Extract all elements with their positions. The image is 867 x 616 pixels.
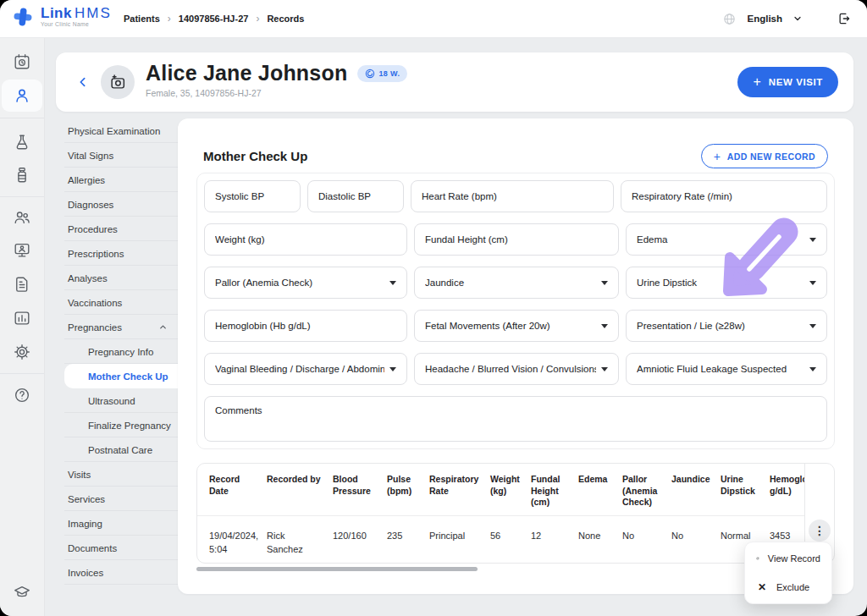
patient-meta: Female, 35, 14097856-HJ-27 — [146, 88, 407, 98]
breadcrumb-patients[interactable]: Patients — [124, 14, 160, 24]
logout-button[interactable] — [837, 11, 852, 26]
nav-item-finalize-pregnancy[interactable]: Finalize Pregnancy — [56, 413, 178, 437]
select-pallor[interactable]: Pallor (Anemia Check) — [204, 267, 407, 299]
nav-item-analyses[interactable]: Analyses — [56, 266, 178, 290]
nav-item-postnatal-care[interactable]: Postnatal Care — [56, 437, 178, 462]
brand-logo[interactable]: LinkHMS Your Clinic Name — [12, 6, 112, 28]
field-weight[interactable]: Weight (kg) — [204, 223, 407, 256]
col-blood-pressure: Blood Pressure — [328, 464, 382, 515]
rail-item-settings[interactable] — [12, 342, 32, 362]
nav-item-diagnoses[interactable]: Diagnoses — [56, 192, 178, 217]
rail-item-patients[interactable] — [12, 85, 32, 106]
nav-item-services[interactable]: Services — [56, 487, 178, 511]
field-systolic-bp[interactable]: Systolic BP — [204, 180, 301, 212]
rail-item-pharmacy[interactable] — [12, 165, 32, 185]
rail-item-staff[interactable] — [12, 207, 32, 228]
nav-item-allergies[interactable]: Allergies — [56, 168, 178, 192]
dropdown-caret-icon — [601, 367, 608, 371]
select-presentation-lie[interactable]: Presentation / Lie (≥28w) — [626, 310, 827, 342]
field-fundal-height[interactable]: Fundal Height (cm) — [414, 223, 619, 256]
plus-icon: + — [714, 151, 721, 162]
select-amniotic-leakage[interactable]: Amniotic Fluid Leakage Suspected — [626, 353, 827, 385]
nav-item-documents[interactable]: Documents — [56, 536, 178, 560]
patient-name: Alice Jane Johnson — [146, 61, 347, 85]
back-button[interactable] — [75, 74, 91, 91]
language-selector[interactable]: English — [722, 12, 803, 26]
col-recorded-by: Recorded by — [262, 464, 328, 515]
col-fundal-height: Fundal Height (cm) — [526, 464, 573, 515]
cell-edema: None — [573, 515, 617, 563]
select-urine-dipstick[interactable]: Urine Dipstick — [626, 267, 827, 299]
field-heart-rate[interactable]: Heart Rate (bpm) — [411, 180, 614, 212]
camera-plus-icon — [108, 73, 127, 91]
nav-item-physical-examination[interactable]: Physical Examination — [56, 118, 178, 143]
comments-field[interactable]: Comments — [204, 396, 827, 442]
col-edema: Edema — [573, 464, 617, 515]
breadcrumb-patient-id[interactable]: 14097856-HJ-27 — [179, 14, 249, 24]
row-actions-button[interactable]: ⋮ — [809, 520, 831, 542]
cell-blood-pressure: 120/160 — [328, 515, 382, 563]
nav-item-imaging[interactable]: Imaging — [56, 511, 178, 536]
row-context-menu: View Record ✕ Exclude — [744, 542, 832, 604]
menu-item-view-record[interactable]: View Record — [745, 544, 831, 573]
dropdown-caret-icon — [809, 324, 816, 328]
nav-item-pregnancies[interactable]: Pregnancies — [56, 315, 178, 339]
kebab-icon: ⋮ — [814, 525, 826, 536]
monitor-user-icon — [13, 241, 31, 260]
records-table-scroll-area[interactable]: Record Date Recorded by Blood Pressure P… — [197, 464, 805, 563]
select-edema[interactable]: Edema — [626, 223, 827, 256]
select-fetal-movements[interactable]: Fetal Movements (After 20w) — [414, 310, 619, 342]
cell-record-date: 19/04/2024, 5:04 — [197, 515, 262, 563]
dropdown-caret-icon — [809, 367, 816, 371]
rail-item-appointments[interactable] — [12, 52, 32, 72]
col-pallor: Pallor (Anemia Check) — [617, 464, 666, 515]
main-panel: Mother Check Up + ADD NEW RECORD Systoli… — [178, 118, 853, 594]
rail-item-documents[interactable] — [12, 274, 32, 294]
icon-rail — [0, 37, 45, 616]
rail-item-laboratory[interactable] — [12, 132, 32, 152]
nav-item-visits[interactable]: Visits — [56, 462, 178, 487]
horizontal-scrollbar[interactable] — [196, 567, 478, 571]
new-visit-button[interactable]: + NEW VISIT — [737, 67, 838, 97]
rail-item-education[interactable] — [12, 582, 32, 602]
medicine-bottle-icon — [13, 166, 31, 184]
field-hemoglobin[interactable]: Hemoglobin (Hb g/dL) — [204, 310, 407, 342]
table-header-row: Record Date Recorded by Blood Pressure P… — [197, 464, 805, 515]
records-table: Record Date Recorded by Blood Pressure P… — [196, 463, 835, 564]
select-jaundice[interactable]: Jaundice — [414, 267, 619, 299]
nav-item-prescriptions[interactable]: Prescriptions — [56, 241, 178, 266]
rail-divider — [0, 196, 44, 197]
add-new-record-button[interactable]: + ADD NEW RECORD — [701, 144, 828, 168]
nav-item-mother-check-up[interactable]: Mother Check Up — [64, 364, 178, 388]
open-in-new-icon — [756, 553, 759, 564]
top-bar: LinkHMS Your Clinic Name Patients › 1409… — [0, 0, 867, 38]
menu-item-exclude[interactable]: ✕ Exclude — [745, 573, 831, 602]
chevron-up-icon — [158, 322, 168, 332]
nav-item-vital-signs[interactable]: Vital Signs — [56, 143, 178, 168]
globe-icon — [722, 12, 737, 26]
cell-pallor: No — [617, 515, 666, 563]
x-icon: ✕ — [756, 581, 768, 593]
col-weight: Weight (kg) — [485, 464, 526, 515]
rail-item-kiosk[interactable] — [12, 240, 32, 261]
patient-avatar-upload[interactable] — [101, 65, 135, 99]
rail-item-help[interactable] — [12, 385, 32, 405]
nav-item-invoices[interactable]: Invoices — [56, 560, 178, 585]
patient-header-card: Alice Jane Johnson 18 W. Female, 35, 140… — [56, 52, 853, 112]
chevron-down-icon — [792, 14, 803, 24]
breadcrumb: Patients › 14097856-HJ-27 › Records — [124, 0, 304, 37]
field-diastolic-bp[interactable]: Diastolic BP — [307, 180, 404, 212]
language-label: English — [747, 14, 782, 24]
nav-item-ultrasound[interactable]: Ultrasound — [56, 388, 178, 413]
nav-item-procedures[interactable]: Procedures — [56, 217, 178, 241]
mother-checkup-form: Systolic BP Diastolic BP Heart Rate (bpm… — [196, 173, 835, 449]
brand-cross-icon — [12, 6, 34, 28]
nav-item-pregnancy-info[interactable]: Pregnancy Info — [56, 339, 178, 364]
select-headache-convulsions[interactable]: Headache / Blurred Vision / Convulsions — [414, 353, 619, 385]
page-title: Mother Check Up — [203, 149, 307, 163]
nav-item-vaccinations[interactable]: Vaccinations — [56, 290, 178, 315]
select-vaginal-bleeding[interactable]: Vaginal Bleeding / Discharge / Abdominal… — [204, 353, 407, 385]
field-respiratory-rate[interactable]: Respiratory Rate (/min) — [621, 180, 827, 212]
rail-item-reports[interactable] — [12, 308, 32, 328]
patient-icon — [13, 86, 31, 105]
